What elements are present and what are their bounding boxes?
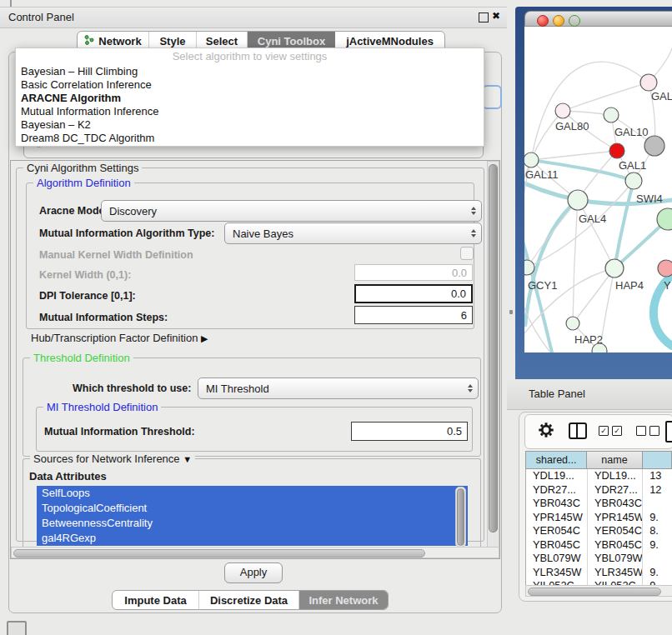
network-edge[interactable] <box>578 200 614 268</box>
network-node-gal80[interactable] <box>555 103 570 118</box>
table-header-row: shared...name <box>525 451 672 469</box>
network-node-gal[interactable] <box>640 74 657 91</box>
mi-threshold-value: 0.5 <box>447 425 462 438</box>
manual-kernel-checkbox[interactable] <box>460 247 474 260</box>
algorithm-option[interactable]: Mutual Information Inference <box>16 105 484 118</box>
bottom-tabbar: Impute DataDiscretize DataInfer Network <box>112 590 389 610</box>
network-graph-icon <box>84 35 94 48</box>
network-edge[interactable] <box>531 111 563 160</box>
which-threshold-value: MI Threshold <box>206 382 269 395</box>
bottom-tab-discretize-data[interactable]: Discretize Data <box>199 591 299 609</box>
table-row[interactable]: YER054CYER054C8. <box>526 524 672 538</box>
bottom-tab-infer-network[interactable]: Infer Network <box>299 591 388 609</box>
expanded-arrow-icon: ▼ <box>183 454 192 464</box>
column-header-shared...[interactable]: shared... <box>525 451 587 469</box>
mi-threshold-field[interactable]: 0.5 <box>351 422 468 441</box>
dpi-tolerance-label: DPI Tolerance [0,1]: <box>39 290 136 302</box>
network-node-gal10[interactable] <box>604 108 619 122</box>
table-row[interactable]: YBL079WYBL079W <box>526 552 672 566</box>
table-row[interactable]: YDL19...YDL19...13 <box>526 469 672 483</box>
tab-label: jActiveMNodules <box>346 35 434 48</box>
table-cell: YPR145W <box>588 511 643 525</box>
mi-type-combo[interactable]: Naive Bayes <box>224 222 482 244</box>
which-threshold-label: Which threshold to use: <box>73 382 191 394</box>
hub-definition-toggle[interactable]: Hub/Transcription Factor Definition ▶ <box>31 332 208 344</box>
aracne-mode-combo[interactable]: Discovery <box>101 200 482 222</box>
algorithm-option[interactable]: Bayesian – K2 <box>16 118 484 132</box>
minimize-window-icon[interactable] <box>553 15 564 27</box>
algorithm-option[interactable]: Bayesian – Hill Climbing <box>16 65 484 78</box>
table-row[interactable]: YPR145WYPR145W9. <box>526 511 672 525</box>
settings-gear-icon[interactable] <box>537 421 555 439</box>
kernel-width-label: Kernel Width (0,1): <box>39 269 131 281</box>
settings-vertical-scrollbar[interactable] <box>487 161 499 548</box>
settings-horizontal-scrollbar[interactable] <box>11 547 499 558</box>
algorithm-option[interactable]: Basic Correlation Inference <box>16 78 484 92</box>
network-window-titlebar[interactable] <box>524 11 672 27</box>
network-canvas[interactable]: GALGAL80GAL10GAL1SWI4GAL11GAL4GCY1HAP4YH… <box>524 27 672 352</box>
node-label: GCY1 <box>528 279 557 292</box>
which-threshold-combo[interactable]: MI Threshold <box>198 378 479 399</box>
select-all-check-icon[interactable]: ✓ <box>599 426 609 436</box>
table-cell: 8. <box>643 524 672 538</box>
network-edge[interactable] <box>573 268 614 323</box>
table-hscrollbar-thumb[interactable] <box>528 588 661 596</box>
network-node-swi4[interactable] <box>625 172 642 189</box>
node-label: GAL4 <box>579 212 606 225</box>
application-screen: Control Panel ✖ NetworkStyleSelectCyni T… <box>0 0 672 635</box>
maximize-window-icon[interactable] <box>569 15 580 27</box>
table-horizontal-scrollbar[interactable] <box>525 585 672 597</box>
minimized-panel-icon[interactable] <box>7 621 27 635</box>
select-all-check2-icon[interactable]: ✓ <box>612 426 622 436</box>
network-edge[interactable] <box>573 200 578 323</box>
attributes-scrollbar-thumb[interactable] <box>457 488 464 546</box>
table-cell: YBL079W <box>526 552 588 566</box>
table-cell: YBR045C <box>588 538 643 552</box>
dpi-tolerance-field[interactable]: 0.0 <box>354 284 473 303</box>
kernel-width-field[interactable]: 0.0 <box>354 264 473 281</box>
table-row[interactable]: YDR27...YDR27...12 <box>526 483 672 498</box>
attribute-list-item[interactable]: TopologicalCoefficient <box>37 501 468 516</box>
deselect-all-box2-icon[interactable] <box>649 426 659 436</box>
network-edge[interactable] <box>563 82 649 111</box>
settings-scrollbar-thumb[interactable] <box>489 164 498 532</box>
table-row[interactable]: YBR043CYBR043C <box>526 497 672 511</box>
table-row[interactable]: YLR345WYLR345W9. <box>526 566 672 580</box>
column-header-name[interactable]: name <box>587 451 642 469</box>
algorithm-list: Bayesian – Hill ClimbingBasic Correlatio… <box>16 65 484 145</box>
network-node-y[interactable] <box>658 260 672 277</box>
algorithm-option[interactable]: ARACNE Algorithm <box>16 92 484 105</box>
table-row[interactable]: YBR045CYBR045C9. <box>526 538 672 552</box>
sources-legend[interactable]: Sources for Network Inference ▼ <box>30 452 195 465</box>
network-node-gal1[interactable] <box>609 143 624 158</box>
network-node[interactable] <box>644 136 664 156</box>
table-cell: YER054C <box>588 524 643 538</box>
table-row[interactable]: YIL052CYIL052C9 <box>526 579 672 585</box>
deselect-all-box-icon[interactable] <box>636 426 646 436</box>
split-columns-icon[interactable] <box>569 422 587 439</box>
attributes-list-scrollbar[interactable] <box>455 487 466 548</box>
network-node-gal4[interactable] <box>568 190 588 210</box>
attribute-list-item[interactable]: BetweennessCentrality <box>37 516 468 531</box>
network-node-gcy1[interactable] <box>524 260 534 275</box>
close-window-icon[interactable] <box>537 15 549 27</box>
network-node-hap2[interactable] <box>566 317 579 330</box>
split-pane-handle[interactable] <box>509 310 513 314</box>
float-window-icon[interactable] <box>479 12 489 22</box>
attribute-list-item[interactable]: SelfLoops <box>37 486 468 501</box>
network-node-gal11[interactable] <box>524 152 539 168</box>
column-header-extra[interactable] <box>643 451 672 469</box>
attribute-list-item[interactable]: gal4RGexp <box>37 531 468 546</box>
network-node-hap4[interactable] <box>605 259 624 278</box>
network-edge[interactable] <box>531 151 617 160</box>
algorithm-combo-focus-ring[interactable] <box>482 85 502 109</box>
close-icon[interactable]: ✖ <box>492 10 500 22</box>
new-column-doc-icon[interactable] <box>665 421 672 442</box>
network-edge[interactable] <box>531 62 649 160</box>
bottom-tab-impute-data[interactable]: Impute Data <box>113 591 199 609</box>
algorithm-option[interactable]: Dream8 DC_TDC Algorithm <box>16 132 484 145</box>
mi-type-label: Mutual Information Algorithm Type: <box>39 228 214 239</box>
apply-button[interactable]: Apply <box>224 562 283 583</box>
settings-hscrollbar-thumb[interactable] <box>13 549 425 558</box>
mi-steps-field[interactable]: 6 <box>354 306 473 324</box>
